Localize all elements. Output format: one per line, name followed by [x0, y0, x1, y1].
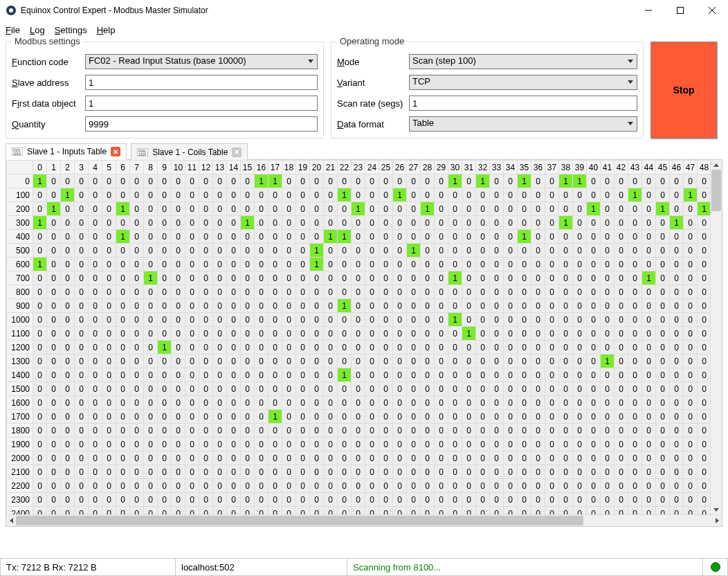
grid-cell[interactable]: 0 — [324, 188, 338, 202]
grid-cell[interactable]: 0 — [116, 465, 130, 479]
grid-cell[interactable]: 0 — [338, 382, 352, 396]
grid-cell[interactable]: 0 — [75, 438, 89, 451]
grid-cell[interactable]: 0 — [102, 313, 116, 327]
grid-cell[interactable]: 0 — [310, 285, 324, 299]
grid-cell[interactable]: 0 — [559, 299, 573, 313]
grid-cell[interactable]: 0 — [476, 382, 490, 396]
grid-cell[interactable]: 0 — [282, 493, 296, 507]
quantity-input[interactable] — [85, 116, 318, 132]
grid-cell[interactable]: 0 — [670, 438, 684, 451]
grid-cell[interactable]: 0 — [33, 451, 47, 465]
grid-cell[interactable]: 0 — [559, 202, 573, 216]
grid-cell[interactable]: 0 — [213, 493, 227, 507]
grid-cell[interactable]: 0 — [698, 451, 711, 465]
grid-cell[interactable]: 0 — [282, 313, 296, 327]
grid-cell[interactable]: 0 — [227, 507, 241, 515]
grid-cell[interactable]: 0 — [130, 479, 144, 493]
grid-cell[interactable]: 0 — [670, 354, 684, 368]
grid-cell[interactable]: 0 — [379, 354, 393, 368]
grid-cell[interactable]: 0 — [448, 493, 462, 507]
grid-cell[interactable]: 1 — [393, 188, 407, 202]
grid-cell[interactable]: 0 — [545, 341, 559, 354]
col-header[interactable]: 8 — [144, 161, 158, 174]
grid-cell[interactable]: 0 — [352, 230, 365, 244]
grid-cell[interactable]: 0 — [462, 258, 476, 271]
col-header[interactable]: 45 — [656, 161, 670, 174]
grid-cell[interactable]: 0 — [227, 216, 241, 230]
grid-cell[interactable]: 0 — [33, 313, 47, 327]
grid-cell[interactable]: 0 — [407, 299, 421, 313]
grid-cell[interactable]: 0 — [241, 188, 255, 202]
grid-cell[interactable]: 0 — [199, 271, 213, 285]
grid-cell[interactable]: 0 — [102, 396, 116, 410]
grid-cell[interactable]: 0 — [407, 368, 421, 382]
grid-cell[interactable]: 0 — [89, 354, 102, 368]
grid-cell[interactable]: 0 — [628, 424, 642, 438]
grid-cell[interactable]: 0 — [615, 244, 628, 258]
grid-cell[interactable]: 0 — [324, 285, 338, 299]
grid-cell[interactable]: 0 — [338, 465, 352, 479]
grid-cell[interactable]: 0 — [656, 507, 670, 515]
grid-cell[interactable]: 0 — [352, 354, 365, 368]
grid-cell[interactable]: 0 — [75, 451, 89, 465]
grid-cell[interactable]: 0 — [130, 299, 144, 313]
grid-cell[interactable]: 0 — [324, 313, 338, 327]
grid-cell[interactable]: 0 — [352, 174, 365, 188]
grid-cell[interactable]: 0 — [102, 382, 116, 396]
grid-cell[interactable]: 0 — [421, 396, 435, 410]
grid-cell[interactable]: 0 — [448, 465, 462, 479]
grid-cell[interactable]: 0 — [628, 313, 642, 327]
grid-cell[interactable]: 0 — [213, 258, 227, 271]
grid-cell[interactable]: 0 — [199, 465, 213, 479]
grid-cell[interactable]: 0 — [213, 382, 227, 396]
grid-cell[interactable]: 0 — [531, 299, 545, 313]
grid-cell[interactable]: 0 — [102, 507, 116, 515]
grid-cell[interactable]: 0 — [282, 438, 296, 451]
grid-cell[interactable]: 0 — [255, 285, 269, 299]
grid-cell[interactable]: 0 — [352, 396, 365, 410]
grid-cell[interactable]: 0 — [518, 451, 531, 465]
grid-cell[interactable]: 0 — [75, 313, 89, 327]
grid-cell[interactable]: 0 — [601, 216, 615, 230]
col-header[interactable]: 23 — [352, 161, 365, 174]
grid-cell[interactable]: 0 — [421, 465, 435, 479]
row-header[interactable]: 2000 — [7, 451, 33, 465]
grid-cell[interactable]: 0 — [227, 313, 241, 327]
grid-cell[interactable]: 0 — [587, 299, 601, 313]
grid-cell[interactable]: 0 — [615, 313, 628, 327]
grid-cell[interactable]: 0 — [158, 244, 172, 258]
grid-cell[interactable]: 0 — [462, 451, 476, 465]
grid-cell[interactable]: 0 — [393, 493, 407, 507]
row-header[interactable]: 1900 — [7, 438, 33, 451]
grid-cell[interactable]: 0 — [116, 216, 130, 230]
grid-cell[interactable]: 0 — [282, 174, 296, 188]
grid-cell[interactable]: 0 — [213, 188, 227, 202]
menu-file[interactable]: File — [6, 25, 20, 35]
grid-cell[interactable]: 0 — [518, 382, 531, 396]
grid-cell[interactable]: 0 — [559, 479, 573, 493]
grid-cell[interactable]: 0 — [296, 258, 310, 271]
grid-cell[interactable]: 0 — [587, 174, 601, 188]
grid-cell[interactable]: 0 — [476, 258, 490, 271]
grid-cell[interactable]: 0 — [518, 493, 531, 507]
grid-cell[interactable]: 0 — [269, 285, 282, 299]
grid-cell[interactable]: 0 — [670, 341, 684, 354]
grid-cell[interactable]: 0 — [587, 244, 601, 258]
grid-cell[interactable]: 0 — [365, 396, 379, 410]
grid-cell[interactable]: 0 — [545, 188, 559, 202]
grid-cell[interactable]: 0 — [227, 285, 241, 299]
grid-cell[interactable]: 1 — [628, 188, 642, 202]
grid-cell[interactable]: 0 — [75, 230, 89, 244]
grid-cell[interactable]: 0 — [393, 438, 407, 451]
grid-cell[interactable]: 0 — [116, 410, 130, 424]
grid-cell[interactable]: 0 — [116, 479, 130, 493]
grid-cell[interactable]: 0 — [545, 285, 559, 299]
grid-cell[interactable]: 0 — [269, 313, 282, 327]
grid-cell[interactable]: 0 — [269, 382, 282, 396]
grid-cell[interactable]: 0 — [130, 327, 144, 341]
grid-cell[interactable]: 0 — [47, 465, 61, 479]
grid-cell[interactable]: 0 — [587, 438, 601, 451]
grid-cell[interactable]: 0 — [393, 244, 407, 258]
col-header[interactable]: 47 — [684, 161, 698, 174]
grid-cell[interactable]: 0 — [365, 244, 379, 258]
